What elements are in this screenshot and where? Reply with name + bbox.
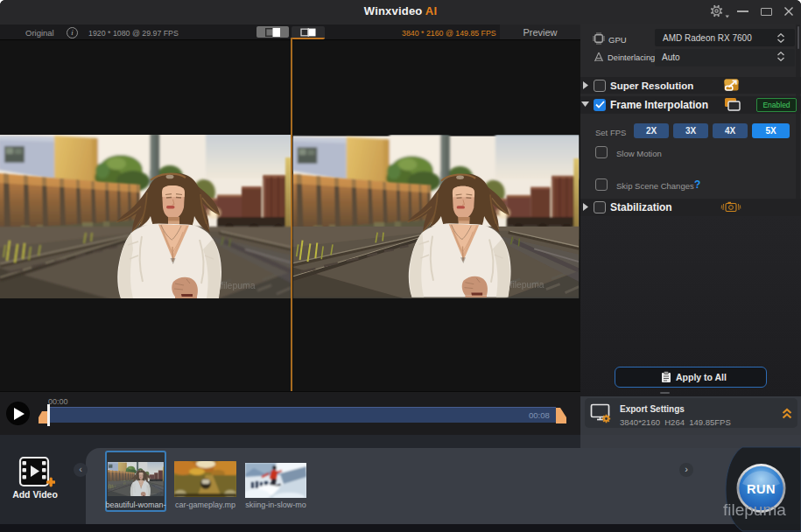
svg-text:RUN: RUN bbox=[747, 482, 776, 496]
